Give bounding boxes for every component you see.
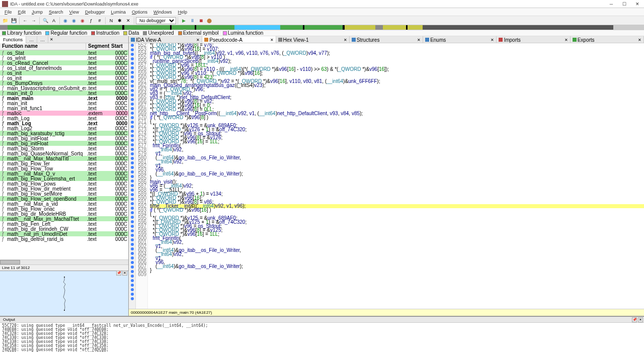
col-start[interactable]: Start: [109, 43, 128, 50]
menu-search[interactable]: Search: [46, 10, 66, 15]
tab-hex-view-1[interactable]: Hex View-1✕: [276, 36, 350, 43]
function-row[interactable]: ƒos_Lstat_of_fannelmods.text000C: [0, 65, 128, 70]
function-row[interactable]: ƒmain_main.text0000: [0, 96, 128, 101]
tab-exports[interactable]: Exports✕: [571, 36, 644, 43]
code-line[interactable]: *((_QWORD *)&v96 + 1) = v134;: [150, 192, 644, 196]
code-line[interactable]: *(_QWORD *)&v96[8] = &v126;: [150, 136, 644, 140]
tab-close-icon[interactable]: ✕: [638, 38, 641, 42]
function-row[interactable]: ƒmath_Log.text0000: [0, 121, 128, 126]
run-icon[interactable]: ▶: [180, 17, 188, 25]
output-pin-icon[interactable]: 📌: [632, 317, 637, 322]
tab-pseudocode-a[interactable]: Pseudocode-A✕: [202, 36, 276, 43]
nav-segment[interactable]: [196, 25, 234, 30]
save-icon[interactable]: 💾: [10, 17, 18, 25]
code-line[interactable]: *((_QWORD *)&v125 + 1) = &off_74C320;: [150, 220, 644, 224]
function-row[interactable]: ƒos_BumpOnsys.text000C: [0, 80, 128, 85]
code-line[interactable]: time__Ticker__init&((__int64)v92, v1, v9…: [150, 204, 644, 208]
function-row[interactable]: ƒmath_big_Flow_Tow.text000C: [0, 166, 128, 171]
code-line[interactable]: main_visit();: [150, 180, 644, 184]
nav-segment[interactable]: [375, 25, 383, 30]
nav-segment[interactable]: [383, 25, 406, 30]
code-line[interactable]: v96 = __51LL;: [150, 188, 644, 192]
code-line[interactable]: v1,: [150, 164, 644, 168]
code-line[interactable]: *(_QWORD *)&v96[8] = v76;: [150, 43, 644, 47]
graph-tab-pin-icon[interactable]: 📌: [116, 271, 121, 276]
tool-icon[interactable]: ✱: [116, 17, 124, 25]
pane-tab[interactable]: …: [26, 36, 37, 43]
code-line[interactable]: *((_QWORD *)&v126 + 1) = &off_74C320;: [150, 128, 644, 132]
navigation-band[interactable]: [0, 25, 644, 30]
code-line[interactable]: net_http___Client__PostForm((__int64)v92…: [150, 112, 644, 116]
function-row[interactable]: ƒmath_big_Storm.text000C: [0, 146, 128, 151]
functions-list[interactable]: ƒos_Stat.text000Cƒos_wInit.text000Cƒos_c…: [0, 50, 128, 259]
nav-segment[interactable]: [304, 25, 343, 30]
code-line[interactable]: __int64)v92,: [150, 240, 644, 244]
pane-tab[interactable]: …: [37, 36, 48, 43]
function-row[interactable]: ƒmath_big_Flow_set_openBond.text000C: [0, 196, 128, 201]
code-line[interactable]: if ( *(_QWORD *)&v96[8] ): [150, 116, 644, 120]
close-button[interactable]: ✕: [633, 1, 642, 7]
function-row[interactable]: ƒmath_big_Fen_Left.text000C: [0, 221, 128, 226]
nav-segment[interactable]: [345, 25, 375, 30]
code-line[interactable]: v82 = *(_QWORD *)v96;: [150, 87, 644, 92]
code-line[interactable]: *(_QWORD *)v96 = os_Stdout;: [150, 224, 644, 228]
code-line[interactable]: }: [150, 269, 644, 273]
function-row[interactable]: ƒmath_big_dir_torindeh_CW.text000C: [0, 226, 128, 231]
menu-file[interactable]: File: [2, 10, 15, 15]
forward-icon[interactable]: →: [30, 17, 38, 25]
function-row[interactable]: ƒmath_big_Flow_setMore.text000C: [0, 191, 128, 196]
code-line[interactable]: *(_QWORD *)&v96[8] = &v125;: [150, 228, 644, 232]
tab-close-icon[interactable]: ✕: [491, 38, 494, 42]
function-row[interactable]: ƒmain_fJavascriptsting_onSubmit_exe.text…: [0, 85, 128, 91]
function-row[interactable]: ƒos_init.text000C: [0, 75, 128, 80]
code-line[interactable]: (__int64)&go_itab__os_File_io_Writer);: [150, 265, 644, 269]
function-row[interactable]: ƒmath__nat_Max_a_vid.text000C: [0, 201, 128, 206]
code-line[interactable]: __int64)v92,: [150, 252, 644, 256]
function-row[interactable]: ƒmath__nat_Max_MachalTitl.text000C: [0, 156, 128, 161]
text-icon[interactable]: A: [50, 17, 58, 25]
tab-close-icon[interactable]: ✕: [565, 38, 568, 42]
output-tab[interactable]: Output: [0, 317, 18, 322]
menu-edit[interactable]: Edit: [16, 10, 29, 15]
function-row[interactable]: ƒmath_big_Flow_dir_metrient.text000C: [0, 186, 128, 191]
code-line[interactable]: main_QuaSed_arrangerhgtatBus_gaz((_IntS4…: [150, 83, 644, 87]
function-row[interactable]: ƒmain_init_func1.text000C: [0, 106, 128, 111]
code-line[interactable]: *(_QWORD *)&v96[16] = 1LL;: [150, 232, 644, 236]
tab-close-icon[interactable]: ✕: [344, 38, 347, 42]
nav-segment[interactable]: [408, 25, 423, 30]
function-row[interactable]: ƒmath_big_Flow_pows.text000C: [0, 181, 128, 186]
output-log[interactable]: 55C720: using guessed type __int64 __fas…: [0, 323, 644, 352]
menu-jump[interactable]: Jump: [29, 10, 45, 15]
col-segment[interactable]: Segment: [86, 43, 109, 50]
menu-windows[interactable]: Windows: [151, 10, 175, 15]
code-line[interactable]: (__int64)&go_itab__os_File_io_Writer);: [150, 172, 644, 176]
debugger-dropdown[interactable]: No debugger: [136, 17, 176, 24]
code-line[interactable]: *(_QWORD *)v96 = v110; *(_QWORD *)&v96[1…: [150, 71, 644, 75]
function-row[interactable]: ƒmath_Log.text000C: [0, 116, 128, 121]
function-row[interactable]: ƒmath__nat_jm_UmodInDet.text000C: [0, 231, 128, 236]
open-icon[interactable]: 📁: [1, 17, 9, 25]
menu-view[interactable]: View: [67, 10, 82, 15]
code-line[interactable]: __int64)v92,: [150, 160, 644, 164]
function-row[interactable]: ƒmath_big_deltrol_rarid_is.text000C: [0, 236, 128, 241]
pause-icon[interactable]: ⏸: [188, 17, 196, 25]
code-line[interactable]: *(_QWORD *)&v96[8] = v82;: [150, 100, 644, 104]
pane-close-icon[interactable]: ✕: [48, 37, 55, 42]
function-row[interactable]: ƒos_cRead_Cancel.text000C: [0, 60, 128, 65]
function-row[interactable]: ƒos_Stat.text000C: [0, 50, 128, 55]
code-line[interactable]: v83 = (char *)net_http_DefaultClient;: [150, 96, 644, 100]
function-row[interactable]: ƒmath__nat_Max_Q_v.text000C: [0, 171, 128, 176]
tool-icon[interactable]: ◉: [70, 17, 78, 25]
code-line[interactable]: *(_QWORD *)&v96[16] = 0;: [150, 104, 644, 108]
maximize-button[interactable]: ☐: [620, 1, 629, 7]
function-row[interactable]: ƒmath_big_initFloat.text000C: [0, 136, 128, 141]
code-line[interactable]: fmt_Fprintln(: [150, 144, 644, 148]
code-line[interactable]: [150, 273, 644, 277]
tab-structures[interactable]: Structures✕: [350, 36, 423, 43]
function-row[interactable]: ƒmath__nat_Max_jm_MachalTtet.text000C: [0, 216, 128, 221]
code-line[interactable]: v1,: [150, 256, 644, 260]
function-row[interactable]: ƒmath_big_karatsuby_tctig.text000C: [0, 131, 128, 136]
tab-close-icon[interactable]: ✕: [196, 38, 200, 42]
function-row[interactable]: ƒos_init.text000C: [0, 70, 128, 75]
tab-ida-view-a[interactable]: IDA View-A✕: [129, 36, 202, 43]
